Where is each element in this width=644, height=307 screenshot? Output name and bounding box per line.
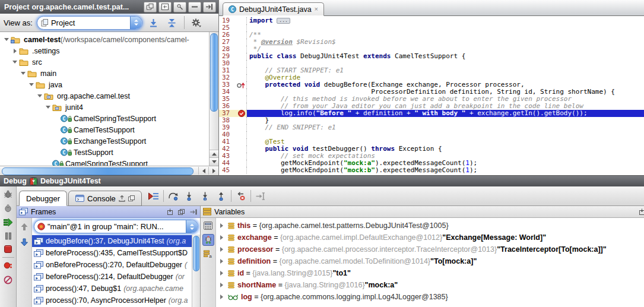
gutter-cell[interactable]: [236, 153, 247, 160]
pause-program-icon[interactable]: [5, 232, 12, 240]
variable-row-definition[interactable]: definition = {org.apache.camel.model.ToD…: [216, 255, 644, 267]
breakpoint-icon[interactable]: [236, 110, 247, 117]
debug-session-icon[interactable]: [4, 204, 12, 213]
gutter-cell[interactable]: [236, 103, 247, 110]
gutter-cell[interactable]: [236, 53, 247, 60]
variable-row-id[interactable]: id = {java.lang.String@1015}"to1": [216, 267, 644, 279]
tree-item-CamelSpringTestSupport[interactable]: CCamelSpringTestSupport: [0, 158, 209, 166]
gutter-cell[interactable]: [236, 131, 247, 138]
float-view-icon[interactable]: [128, 195, 135, 201]
tree-item-ExchangeTestSupport[interactable]: CExchangeTestSupport: [0, 135, 209, 147]
stack-frame-item[interactable]: debugBefore():37, DebugJUnit4Test (org.a: [32, 235, 200, 247]
tree-item-src[interactable]: src: [0, 56, 209, 68]
thread-select[interactable]: "main"@1 in group "main": RUN...: [34, 220, 198, 233]
collapse-arrow-icon[interactable]: [44, 106, 52, 109]
stack-frame-item[interactable]: process():70, AsyncProcessorHelper (org.…: [32, 295, 200, 306]
gutter-cell[interactable]: [236, 88, 247, 96]
gutter-cell[interactable]: [236, 117, 247, 124]
tab-debugger[interactable]: Debugger: [19, 191, 67, 206]
expand-arrow-icon[interactable]: [220, 259, 225, 264]
gutter-cell[interactable]: [236, 31, 247, 39]
expand-arrow-icon[interactable]: [220, 223, 225, 228]
variable-row-this[interactable]: this = {org.apache.camel.test.patterns.D…: [216, 220, 644, 232]
pop-frame-icon[interactable]: [234, 190, 248, 202]
collapse-all-icon[interactable]: [165, 16, 179, 29]
override-method-icon[interactable]: [236, 81, 247, 88]
thread-stepper-icon[interactable]: [186, 220, 198, 233]
sort-alphabetically-icon[interactable]: a: [204, 250, 212, 258]
expand-arrow-icon[interactable]: [220, 235, 225, 240]
step-over-icon[interactable]: [166, 190, 180, 202]
gutter-cell[interactable]: [236, 160, 247, 167]
expand-arrow-icon[interactable]: [220, 295, 225, 299]
gutter-cell[interactable]: [236, 138, 247, 145]
scroll-down-icon[interactable]: [210, 157, 218, 166]
project-vertical-scrollbar[interactable]: [209, 32, 218, 166]
gutter-cell[interactable]: [236, 39, 247, 46]
step-out-icon[interactable]: [214, 190, 229, 202]
collapse-arrow-icon[interactable]: [19, 72, 27, 75]
gutter-cell[interactable]: [236, 46, 247, 53]
float-window-icon[interactable]: [144, 2, 157, 12]
dock-pin-icon[interactable]: [637, 208, 644, 216]
show-execution-point-icon[interactable]: [147, 190, 161, 202]
gutter-cell[interactable]: [236, 167, 247, 174]
gear-icon[interactable]: [189, 16, 204, 29]
gutter-cell[interactable]: [236, 67, 247, 74]
tree-item-main[interactable]: main: [0, 68, 209, 79]
code-line-25[interactable]: 25: [219, 24, 644, 31]
expand-all-icon[interactable]: [147, 16, 161, 29]
mute-breakpoints-icon[interactable]: [4, 276, 12, 284]
run-to-cursor-icon[interactable]: [253, 190, 268, 202]
code-line-19[interactable]: 19import ...: [219, 17, 644, 24]
variable-row-processor[interactable]: processor = {org.apache.camel.processor.…: [216, 243, 644, 255]
pin-window-icon[interactable]: [173, 2, 186, 12]
step-into-icon[interactable]: [182, 190, 196, 202]
view-as-select[interactable]: Project: [37, 16, 142, 30]
collapse-arrow-icon[interactable]: [2, 38, 11, 41]
expand-arrow-icon[interactable]: [220, 247, 225, 252]
dock-window-icon[interactable]: [158, 2, 172, 12]
expand-arrow-icon[interactable]: [11, 49, 19, 53]
frames-scrollbar-thumb[interactable]: [193, 236, 199, 271]
stack-frame-item[interactable]: process():47, Debug$1 (org.apache.came: [32, 283, 200, 295]
stack-frame-item[interactable]: onBeforeProcess():270, DefaultDebugger (: [32, 259, 200, 271]
tree-item-org.apache.camel.test[interactable]: org.apache.camel.test: [0, 90, 209, 102]
vertical-scrollbar-thumb[interactable]: [210, 33, 218, 112]
resume-program-icon[interactable]: [4, 218, 13, 227]
stack-frame-item[interactable]: beforeProcess():214, DefaultDebugger (or: [32, 271, 200, 283]
collapse-arrow-icon[interactable]: [27, 83, 36, 86]
hide-window-icon[interactable]: [203, 2, 216, 12]
gutter-cell[interactable]: [236, 74, 247, 81]
stop-program-icon[interactable]: [4, 245, 12, 253]
evaluate-expression-icon[interactable]: [204, 221, 212, 230]
stack-frame-item[interactable]: beforeProcess():435, CamelTestSupport$D: [32, 247, 200, 259]
scroll-right-icon[interactable]: [208, 167, 218, 175]
tree-item-junit4[interactable]: junit4: [0, 102, 209, 113]
select-stepper-icon[interactable]: [130, 17, 142, 29]
horizontal-scrollbar-thumb[interactable]: [2, 167, 193, 175]
tree-item-CamelSpringTestSupport[interactable]: CCamelSpringTestSupport: [0, 113, 209, 124]
tab-console[interactable]: Console: [68, 191, 142, 206]
code-line-45[interactable]: 45 getMockEndpoint("mock:b").expectedMes…: [219, 167, 644, 174]
export-icon[interactable]: [119, 195, 125, 202]
variable-row-exchange[interactable]: exchange = {org.apache.camel.impl.Defaul…: [216, 232, 644, 243]
hide-panel-icon[interactable]: [189, 208, 198, 216]
gutter-cell[interactable]: [236, 96, 247, 103]
gutter-cell[interactable]: [236, 124, 247, 131]
tree-item-camel-test[interactable]: camel-test (/workspace/camel/components/…: [0, 34, 209, 45]
dock-pin-icon[interactable]: [165, 208, 174, 216]
gutter-cell[interactable]: [236, 24, 247, 31]
code-editor[interactable]: 19import ...2526/**27 * @version $Revisi…: [219, 16, 644, 175]
code-line-27[interactable]: 27 * @version $Revision$: [219, 39, 644, 46]
debug-settings-icon[interactable]: [202, 234, 214, 246]
variable-row-shortName[interactable]: shortName = {java.lang.String@1016}"mock…: [216, 279, 644, 291]
rerun-debug-icon[interactable]: [4, 189, 12, 198]
gutter-cell[interactable]: [236, 17, 247, 24]
scroll-up-icon[interactable]: [210, 150, 218, 158]
variable-row-log[interactable]: log = {org.apache.commons.logging.impl.L…: [216, 291, 644, 303]
gutter-cell[interactable]: [236, 60, 247, 67]
collapse-arrow-icon[interactable]: [36, 94, 44, 97]
tree-item-CamelTestSupport[interactable]: CCamelTestSupport: [0, 124, 209, 135]
close-tab-icon[interactable]: ×: [315, 6, 318, 12]
